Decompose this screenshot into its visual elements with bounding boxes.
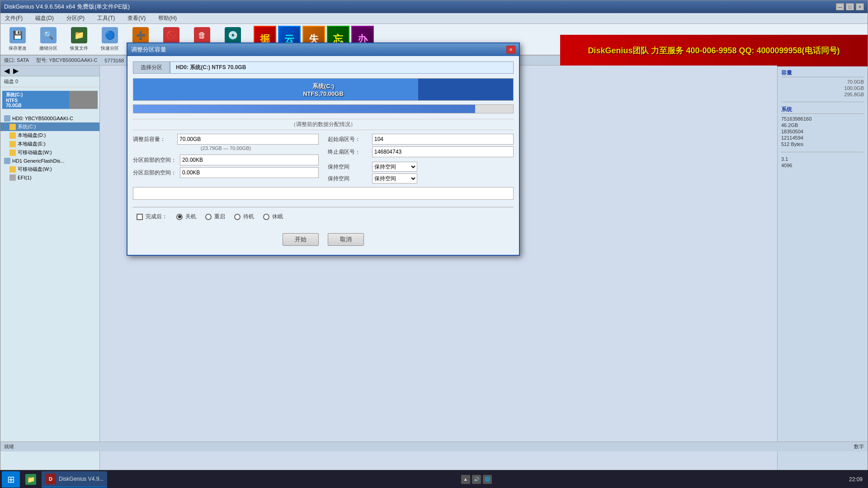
tray-icon-1[interactable]: ▲ — [461, 475, 470, 484]
taskbar-explorer[interactable]: 📁 — [22, 471, 40, 488]
tab-select-partition[interactable]: 选择分区 — [133, 61, 170, 74]
adjust-bar[interactable] — [133, 104, 514, 113]
minimize-button[interactable]: — — [836, 3, 844, 10]
input-space-before[interactable] — [180, 155, 319, 165]
tree-item-w[interactable]: 可移动磁盘(W:) — [0, 148, 99, 157]
input-end-sector[interactable] — [372, 146, 514, 157]
start-button[interactable]: 开始 — [283, 233, 319, 246]
tree-item-w2[interactable]: 可移动磁盘(W:) — [0, 165, 99, 174]
close-button[interactable]: × — [856, 3, 864, 10]
title-bar: DiskGenius V4.9.6.564 x64 免费版(单文件PE版) — … — [0, 0, 868, 13]
tree-label-c: 系统(C:) — [18, 123, 36, 130]
option-sleep[interactable]: 待机 — [234, 213, 254, 221]
start-button[interactable]: ⊞ — [2, 471, 20, 488]
maximize-button[interactable]: □ — [846, 3, 854, 10]
adjust-bar-fill — [133, 105, 475, 113]
label-space-after: 分区后部的空间： — [133, 169, 176, 177]
extra-val-1: 3.1 — [781, 156, 864, 162]
toolbar-recover[interactable]: 📁 恢复文件 — [66, 26, 93, 53]
form-row-keep-before: 保持空间 保持空间 — [328, 162, 514, 172]
select-keep-before[interactable]: 保持空间 — [372, 162, 417, 172]
option-shutdown[interactable]: 关机 — [176, 213, 196, 221]
label-capacity: 调整后容量： — [133, 136, 174, 143]
sidebar-nav: ◀ ▶ — [0, 66, 99, 76]
nav-back[interactable]: ◀ — [4, 66, 9, 75]
label-keep-before: 保持空间 — [328, 163, 368, 171]
option-hibernate[interactable]: 休眠 — [263, 213, 283, 221]
tree-item-hd1[interactable]: HD1 GenericFlashDis... — [0, 157, 99, 165]
separator-2 — [781, 152, 864, 152]
radio-shutdown[interactable] — [176, 214, 183, 220]
folder-icon-d — [9, 132, 16, 139]
capacity-title: 容量 — [781, 69, 864, 77]
cancel-button[interactable]: 取消 — [328, 233, 364, 246]
tree-item-efi[interactable]: EFI(1) — [0, 174, 99, 182]
menu-file[interactable]: 文件(F) — [2, 14, 25, 23]
form-col-right: 起始扇区号： 终止扇区号： 保持空间 保持空间 保持空间 — [328, 134, 514, 183]
menu-tools[interactable]: 工具(T) — [94, 14, 118, 23]
select-keep-after[interactable]: 保持空间 — [372, 174, 417, 183]
sys-row-1: 75163986160 — [781, 116, 864, 122]
disk-icon — [4, 115, 10, 122]
capacity-val1: 70.0GB — [781, 79, 864, 84]
tree-item-e[interactable]: 本地磁盘(E:) — [0, 140, 99, 148]
menu-help[interactable]: 帮助(H) — [156, 14, 179, 23]
separator-1 — [781, 102, 864, 102]
radio-hibernate[interactable] — [263, 214, 269, 220]
radio-restart[interactable] — [205, 214, 212, 220]
tree-item-d[interactable]: 本地磁盘(D:) — [0, 131, 99, 140]
disk-graphic: 系统(C:)NTFS70.0GB — [2, 91, 98, 109]
option-restart[interactable]: 重启 — [205, 213, 225, 221]
disk-bar-area: 系统(C:)NTFS70.0GB — [0, 87, 99, 113]
menu-disk[interactable]: 磁盘(D) — [33, 14, 57, 23]
label-space-before: 分区前部的空间： — [133, 156, 176, 164]
menu-bar: 文件(F) 磁盘(D) 分区(P) 工具(T) 查看(V) 帮助(H) — [0, 13, 868, 24]
clock-time: 22:09 — [849, 476, 863, 483]
dialog-tabs: 选择分区 HD0: 系统(C:) NTFS 70.0GB — [133, 61, 514, 74]
ad-text: DiskGenius团队 力至服务 400-006-9958 QQ: 40000… — [588, 45, 840, 56]
nav-forward[interactable]: ▶ — [13, 66, 19, 75]
label-keep-after: 保持空间 — [328, 175, 368, 183]
sys-row-4: 12114594 — [781, 135, 864, 141]
tray-icon-2[interactable]: 🔊 — [472, 475, 481, 484]
toolbar-save[interactable]: 💾 保存更改 — [4, 26, 31, 53]
sys-title: 系统 — [781, 106, 864, 114]
dialog-close-button[interactable]: × — [506, 46, 515, 54]
taskbar-diskgenius[interactable]: D DiskGenius V4.9... — [42, 471, 107, 488]
partition-tree: HD0: YBCYB5000GAAKI-C 系统(C:) 本地磁盘(D:) 本地… — [0, 113, 99, 183]
info-sectors: 5773168 — [104, 58, 124, 63]
status-text: 就绪 — [4, 443, 14, 450]
tab-partition-info[interactable]: HD0: 系统(C:) NTFS 70.0GB — [170, 61, 514, 74]
input-capacity[interactable] — [177, 134, 319, 145]
capacity-val3: 295.8GB — [781, 92, 864, 97]
tree-label-d: 本地磁盘(D:) — [18, 132, 46, 139]
toolbar-quick[interactable]: 🔵 快速分区 — [96, 26, 123, 53]
dialog-adjust-partition: 调整分区容量 × 选择分区 HD0: 系统(C:) NTFS 70.0GB 系统… — [127, 42, 520, 256]
label-shutdown: 关机 — [185, 213, 196, 221]
menu-view[interactable]: 查看(V) — [125, 14, 148, 23]
recover-label: 恢复文件 — [70, 45, 88, 52]
form-fields: 调整后容量： (23.79GB — 70.00GB) 分区前部的空间： 分区后部… — [133, 134, 514, 183]
status-bar: 就绪 数字 — [0, 441, 868, 451]
extra-val-2: 4096 — [781, 162, 864, 169]
quick-icon: 🔵 — [102, 27, 118, 43]
folder-icon-efi — [9, 174, 16, 181]
tree-item-c[interactable]: 系统(C:) — [0, 122, 99, 131]
format-icon: 🚫 — [163, 27, 179, 43]
radio-sleep[interactable] — [234, 214, 241, 220]
form-row-start-sector: 起始扇区号： — [328, 134, 514, 145]
toolbar-undo[interactable]: 🔍 撤销分区 — [35, 26, 62, 53]
menu-partition[interactable]: 分区(P) — [64, 14, 87, 23]
label-restart: 重启 — [214, 213, 225, 221]
input-start-sector[interactable] — [372, 134, 514, 145]
capacity-val2: 100.0GB — [781, 85, 864, 91]
folder-icon-w — [9, 150, 16, 156]
tree-item-hd0[interactable]: HD0: YBCYB5000GAAKI-C — [0, 114, 99, 122]
checkbox-complete[interactable] — [137, 214, 143, 220]
backup-icon: 💿 — [225, 27, 241, 43]
label-complete: 完成后： — [146, 213, 167, 221]
tray-icon-3[interactable]: 🌐 — [483, 475, 492, 484]
save-icon: 💾 — [9, 27, 26, 43]
input-space-after[interactable] — [180, 167, 319, 178]
info-model: 型号: YBCYB5000GAAKI-C — [36, 57, 97, 64]
